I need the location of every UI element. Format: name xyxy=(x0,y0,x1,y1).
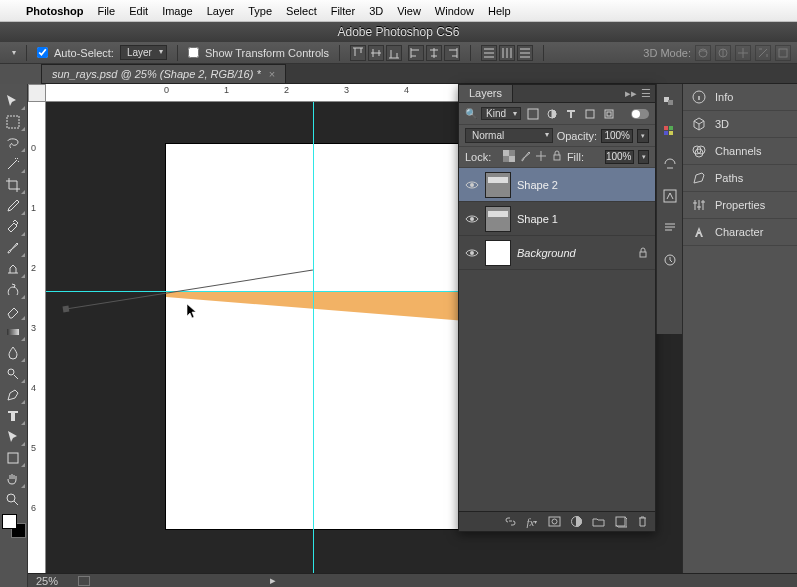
threed-roll-button[interactable] xyxy=(715,45,731,61)
rectangle-tool[interactable] xyxy=(0,447,26,468)
layer-thumbnail[interactable] xyxy=(485,172,511,198)
history-panel-icon[interactable] xyxy=(660,250,680,270)
menu-type[interactable]: Type xyxy=(248,5,272,17)
type-tool[interactable] xyxy=(0,405,26,426)
auto-select-checkbox[interactable] xyxy=(37,47,48,58)
marquee-tool[interactable] xyxy=(0,111,26,132)
eyedropper-tool[interactable] xyxy=(0,195,26,216)
layer-mask-button[interactable] xyxy=(547,515,561,529)
layer-thumbnail[interactable] xyxy=(485,240,511,266)
align-right-edges-button[interactable] xyxy=(444,45,460,61)
hand-tool[interactable] xyxy=(0,468,26,489)
healing-brush-tool[interactable] xyxy=(0,216,26,237)
menu-select[interactable]: Select xyxy=(286,5,317,17)
pen-tool[interactable] xyxy=(0,384,26,405)
lock-pixels-button[interactable] xyxy=(519,150,531,164)
info-panel-tab[interactable]: Info xyxy=(683,84,797,111)
filter-shape-button[interactable] xyxy=(582,106,597,121)
tool-preset-dropdown[interactable]: ▾ xyxy=(12,48,16,57)
panel-menu-button[interactable]: ☰ xyxy=(641,87,651,100)
align-vcenter-button[interactable] xyxy=(368,45,384,61)
adjustments-panel-icon[interactable] xyxy=(660,154,680,174)
new-layer-button[interactable] xyxy=(613,515,627,529)
doc-info-button[interactable] xyxy=(78,576,90,586)
close-tab-button[interactable]: × xyxy=(269,68,275,80)
character-panel-tab[interactable]: Character xyxy=(683,219,797,246)
link-layers-button[interactable] xyxy=(503,515,517,529)
paths-panel-tab[interactable]: Paths xyxy=(683,165,797,192)
menu-edit[interactable]: Edit xyxy=(129,5,148,17)
app-menu[interactable]: Photoshop xyxy=(26,5,83,17)
layers-tab[interactable]: Layers xyxy=(459,85,513,102)
layer-thumbnail[interactable] xyxy=(485,206,511,232)
crop-tool[interactable] xyxy=(0,174,26,195)
paragraph-panel-icon[interactable] xyxy=(660,218,680,238)
ruler-vertical[interactable]: 0 1 2 3 4 5 6 xyxy=(28,102,46,573)
lock-all-button[interactable] xyxy=(551,150,563,164)
visibility-toggle[interactable] xyxy=(465,246,479,260)
layer-name[interactable]: Background xyxy=(517,247,576,259)
foreground-color-swatch[interactable] xyxy=(2,514,17,529)
layer-shape-2[interactable]: Shape 2 xyxy=(459,168,655,202)
align-top-edges-button[interactable] xyxy=(350,45,366,61)
color-panel-icon[interactable] xyxy=(660,90,680,110)
menu-filter[interactable]: Filter xyxy=(331,5,355,17)
align-hcenter-button[interactable] xyxy=(426,45,442,61)
fill-field[interactable]: 100% xyxy=(605,150,635,164)
opacity-field[interactable]: 100% xyxy=(601,129,633,143)
gradient-tool[interactable] xyxy=(0,321,26,342)
lasso-tool[interactable] xyxy=(0,132,26,153)
threed-scale-button[interactable] xyxy=(775,45,791,61)
path-selection-tool[interactable] xyxy=(0,426,26,447)
filter-kind-dropdown[interactable]: Kind xyxy=(481,107,521,120)
zoom-tool[interactable] xyxy=(0,489,26,510)
layer-style-button[interactable]: fx▾ xyxy=(525,515,539,529)
align-left-edges-button[interactable] xyxy=(408,45,424,61)
styles-panel-icon[interactable] xyxy=(660,186,680,206)
filter-toggle-switch[interactable] xyxy=(631,109,649,119)
menu-3d[interactable]: 3D xyxy=(369,5,383,17)
threed-pan-button[interactable] xyxy=(735,45,751,61)
menu-file[interactable]: File xyxy=(97,5,115,17)
fill-dropdown-button[interactable]: ▾ xyxy=(638,150,649,164)
layer-name[interactable]: Shape 2 xyxy=(517,179,558,191)
layer-background[interactable]: Background xyxy=(459,236,655,270)
move-tool[interactable] xyxy=(0,90,26,111)
distribute-top-button[interactable] xyxy=(481,45,497,61)
layer-shape-1[interactable]: Shape 1 xyxy=(459,202,655,236)
menu-layer[interactable]: Layer xyxy=(207,5,235,17)
collapse-panel-button[interactable]: ▸▸ xyxy=(625,87,637,100)
show-transform-checkbox[interactable] xyxy=(188,47,199,58)
document-tab[interactable]: sun_rays.psd @ 25% (Shape 2, RGB/16) * × xyxy=(41,64,286,83)
lock-transparency-button[interactable] xyxy=(503,150,515,164)
lock-position-button[interactable] xyxy=(535,150,547,164)
threed-slide-button[interactable] xyxy=(755,45,771,61)
eraser-tool[interactable] xyxy=(0,300,26,321)
document-canvas[interactable] xyxy=(166,144,466,529)
channels-panel-tab[interactable]: Channels xyxy=(683,138,797,165)
properties-panel-tab[interactable]: Properties xyxy=(683,192,797,219)
distribute-vcenter-button[interactable] xyxy=(499,45,515,61)
menu-window[interactable]: Window xyxy=(435,5,474,17)
blend-mode-dropdown[interactable]: Normal xyxy=(465,128,553,143)
distribute-bottom-button[interactable] xyxy=(517,45,533,61)
visibility-toggle[interactable] xyxy=(465,212,479,226)
filter-pixel-button[interactable] xyxy=(525,106,540,121)
auto-select-mode-dropdown[interactable]: Layer xyxy=(120,45,167,60)
zoom-level[interactable]: 25% xyxy=(36,575,58,587)
opacity-dropdown-button[interactable]: ▾ xyxy=(637,129,649,143)
layer-name[interactable]: Shape 1 xyxy=(517,213,558,225)
delete-layer-button[interactable] xyxy=(635,515,649,529)
filter-type-button[interactable] xyxy=(563,106,578,121)
dodge-tool[interactable] xyxy=(0,363,26,384)
blur-tool[interactable] xyxy=(0,342,26,363)
history-brush-tool[interactable] xyxy=(0,279,26,300)
swatches-panel-icon[interactable] xyxy=(660,122,680,142)
menu-image[interactable]: Image xyxy=(162,5,193,17)
threed-orbit-button[interactable] xyxy=(695,45,711,61)
clone-stamp-tool[interactable] xyxy=(0,258,26,279)
new-group-button[interactable] xyxy=(591,515,605,529)
brush-tool[interactable] xyxy=(0,237,26,258)
align-bottom-edges-button[interactable] xyxy=(386,45,402,61)
new-adjustment-button[interactable] xyxy=(569,515,583,529)
